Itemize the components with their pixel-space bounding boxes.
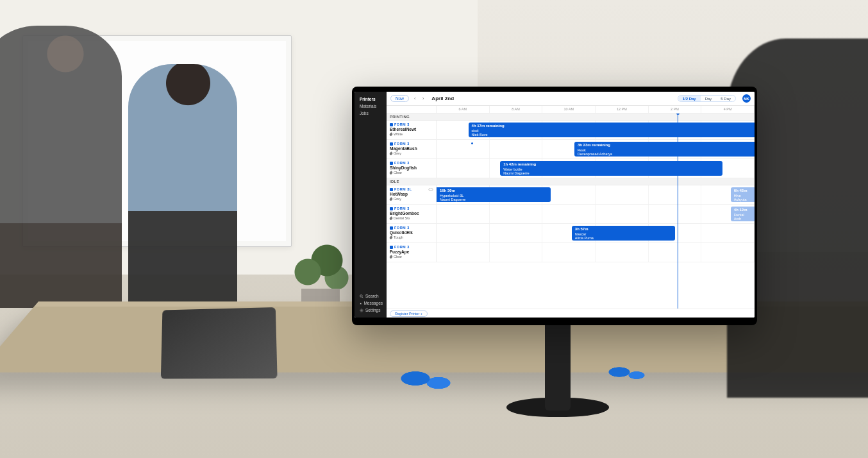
job-title: 3h 57m: [575, 227, 672, 232]
printer-name: MagentaBush: [390, 146, 433, 151]
print-job[interactable]: 1h 42m remainingWater bottleNaomi Daguer…: [500, 161, 722, 176]
printer-material: Grey: [390, 151, 433, 155]
printer-name: EtherealNewt: [390, 127, 433, 131]
material-label: Clear: [394, 255, 402, 259]
sidebar-bottom-label: Settings: [365, 308, 381, 312]
job-part: Dental Arch: [734, 213, 751, 222]
print-job[interactable]: 3h 23m remainingRookDevenprasad Acharya: [574, 142, 755, 157]
printer-lane[interactable]: 4h 17m remainingskullNiek Bove: [437, 121, 755, 139]
section-header-printing: PRINTING: [387, 114, 755, 121]
now-button[interactable]: Now: [390, 95, 409, 102]
printer-material: Tough: [390, 235, 433, 239]
printer-info[interactable]: FORM 3QuixoticElkTough: [387, 224, 437, 242]
print-job[interactable]: 4h 12mDental ArchItzj Pedrouse: [731, 207, 755, 221]
sidebar: PrintersMaterialsJobs SearchMessagesSett…: [355, 92, 387, 318]
material-label: Clear: [394, 171, 402, 174]
material-drop-icon: [389, 132, 393, 136]
job-title: 3h 23m remaining: [578, 143, 751, 148]
printer-info[interactable]: FORM 3EtherealNewtWhite: [387, 121, 437, 139]
printer-model-label: FORM 3: [394, 245, 410, 249]
hour-label: 8 AM: [490, 106, 543, 113]
sidebar-settings[interactable]: Settings: [360, 307, 383, 314]
printer-info[interactable]: FORM 3MagentaBushGrey: [387, 140, 437, 158]
printer-model-label: FORM 3: [394, 226, 410, 230]
range-segmented[interactable]: 1/2 DayDay5 Day: [678, 95, 736, 102]
printer-model-label: FORM 3: [394, 207, 410, 210]
printer-model-label: FORM 3: [394, 161, 410, 165]
printer-row: FORM 3FuzzyApeClear: [387, 243, 755, 262]
job-part: Rook: [578, 148, 751, 153]
printer-lane[interactable]: 3h 57mNascarAlicia Puma: [437, 224, 755, 242]
printer-model-label: FORM 3: [394, 123, 410, 126]
printer-row: FORM 3MagentaBushGrey3h 23m remainingRoo…: [387, 140, 755, 159]
printer-row: FORM 3QuixoticElkTough3h 57mNascarAlicia…: [387, 224, 755, 243]
job-part: Hyperboloid-3L: [440, 194, 547, 198]
printer-lane[interactable]: 3h 23m remainingRookDevenprasad Acharya: [437, 140, 755, 158]
user-avatar[interactable]: MK: [742, 94, 751, 103]
sidebar-item-printers[interactable]: Printers: [360, 96, 383, 103]
print-job[interactable]: 6h 42mHiveAchyuta At-Aplini: [731, 187, 755, 202]
material-drop-icon: [389, 171, 393, 174]
material-label: Grey: [394, 197, 401, 201]
sidebar-item-jobs[interactable]: Jobs: [360, 110, 383, 117]
material-drop-icon: [389, 255, 393, 259]
material-drop-icon: [389, 197, 393, 201]
printer-material: Grey: [390, 197, 433, 201]
material-drop-icon: [389, 216, 393, 220]
printer-icon: [390, 123, 393, 126]
printer-model: FORM 3: [390, 142, 433, 146]
sidebar-item-materials[interactable]: Materials: [360, 103, 383, 110]
job-part: Hive: [734, 194, 751, 198]
range-5-day[interactable]: 5 Day: [716, 96, 735, 101]
printer-info[interactable]: FORM 3ShinyDogfishClear: [387, 159, 437, 178]
range-day[interactable]: Day: [701, 96, 717, 101]
printer-model: FORM 3: [390, 161, 433, 165]
printer-lane[interactable]: [437, 243, 755, 262]
footer-bar: Register Printer +: [387, 309, 755, 318]
printer-row: FORM 3LHotWaspGrey16h 30mHyperboloid-3LN…: [387, 185, 755, 205]
job-owner: Naomi Daguerre: [503, 171, 719, 176]
printer-model: FORM 3: [390, 226, 433, 230]
printer-name: FuzzyApe: [390, 250, 433, 254]
print-job[interactable]: 4h 17m remainingskullNiek Bove: [469, 123, 755, 137]
printer-icon: [390, 142, 393, 146]
printer-icon: [390, 226, 393, 230]
printer-name: QuixoticElk: [390, 230, 433, 235]
prev-button[interactable]: ‹: [413, 96, 417, 101]
printer-icon: [390, 188, 393, 191]
printer-icon: [390, 162, 393, 165]
cloud-icon: [428, 187, 433, 191]
print-job[interactable]: 3h 57mNascarAlicia Puma: [572, 226, 675, 241]
material-label: Dental SG: [394, 216, 410, 220]
register-printer-button[interactable]: Register Printer +: [390, 310, 428, 317]
printer-lane[interactable]: 16h 30mHyperboloid-3LNaomi Daguerre6h 42…: [437, 185, 755, 204]
timeline-body: PRINTINGFORM 3EtherealNewtWhite4h 17m re…: [387, 114, 755, 309]
job-owner: Niek Bove: [472, 133, 751, 137]
person-standing-back: [0, 26, 122, 308]
topbar: Now ‹ › April 2nd 1/2 DayDay5 Day MK: [387, 92, 755, 106]
printer-info[interactable]: FORM 3BrightGombocDental SG: [387, 205, 437, 223]
sidebar-messages[interactable]: Messages: [360, 300, 383, 307]
printer-material: White: [390, 132, 433, 136]
printer-info[interactable]: FORM 3FuzzyApeClear: [387, 243, 437, 262]
printer-info[interactable]: FORM 3LHotWaspGrey: [387, 185, 437, 204]
sidebar-bottom-label: Messages: [363, 301, 383, 305]
printer-model-label: FORM 3: [394, 142, 410, 146]
job-title: 4h 12m: [734, 208, 751, 213]
job-part: Nascar: [575, 232, 672, 237]
person-pointing: [128, 64, 237, 301]
job-title: 6h 42m: [734, 189, 751, 194]
job-owner: Naomi Daguerre: [440, 198, 547, 202]
job-owner: Alicia Puma: [575, 236, 672, 241]
printer-model: FORM 3: [390, 123, 433, 126]
range-1-2-day[interactable]: 1/2 Day: [678, 96, 701, 101]
print-job[interactable]: 16h 30mHyperboloid-3LNaomi Daguerre: [437, 187, 551, 202]
next-button[interactable]: ›: [421, 96, 426, 101]
printer-lane[interactable]: 4h 12mDental ArchItzj Pedrouse: [437, 205, 755, 223]
printer-lane[interactable]: 1h 42m remainingWater bottleNaomi Daguer…: [437, 159, 755, 178]
sidebar-search[interactable]: Search: [360, 293, 383, 300]
svg-point-0: [360, 294, 363, 297]
blue-3d-print-object-2: [596, 356, 654, 388]
material-label: Tough: [394, 235, 403, 239]
job-title: 16h 30m: [440, 189, 547, 194]
